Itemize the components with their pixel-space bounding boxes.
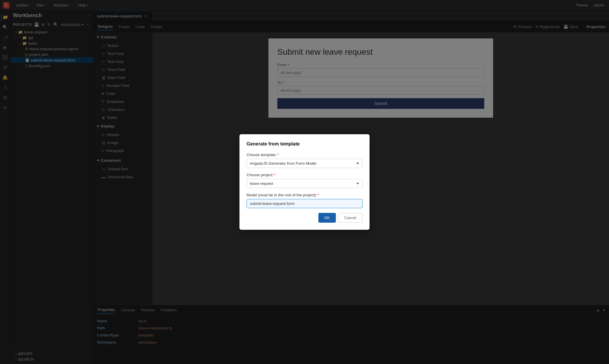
project-select-wrapper: leave-request <box>247 179 362 188</box>
template-select[interactable]: AngularJS Generator from Form Model <box>247 159 362 168</box>
cancel-button[interactable]: Cancel <box>338 213 362 223</box>
ok-button[interactable]: OK <box>318 213 336 223</box>
template-select-wrapper: AngularJS Generator from Form Model <box>247 159 362 168</box>
model-label: Model (must be in the root of the projec… <box>247 193 362 197</box>
template-required: * <box>277 153 279 157</box>
model-input[interactable] <box>247 199 362 208</box>
template-label: Choose template: * <box>247 153 362 157</box>
template-field: Choose template: * AngularJS Generator f… <box>247 153 362 168</box>
model-required: * <box>318 193 319 197</box>
model-field: Model (must be in the root of the projec… <box>247 193 362 208</box>
modal-overlay: Generate from template Choose template: … <box>0 0 609 364</box>
project-required: * <box>274 173 276 177</box>
project-field: Choose project: * leave-request <box>247 173 362 188</box>
modal-generate-template: Generate from template Choose template: … <box>239 134 370 230</box>
modal-title: Generate from template <box>247 141 362 147</box>
modal-buttons: OK Cancel <box>247 213 362 223</box>
project-label: Choose project: * <box>247 173 362 177</box>
project-select[interactable]: leave-request <box>247 179 362 188</box>
